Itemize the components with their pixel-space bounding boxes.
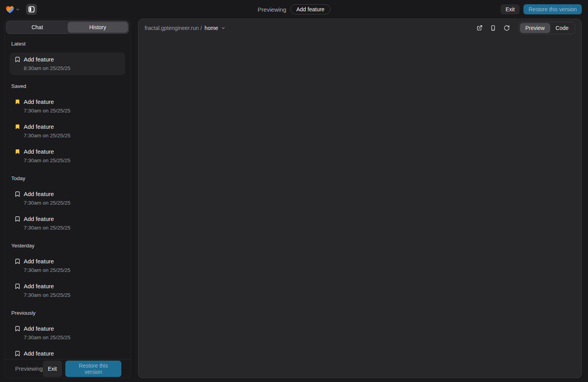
open-in-new-tab-button[interactable] (476, 25, 483, 31)
bookmark-outline-icon (14, 56, 21, 63)
workspace-menu-button[interactable] (5, 5, 21, 14)
history-item-title: Add feature (24, 123, 54, 131)
history-item[interactable]: Add feature7:30am on 25/25/25 (10, 212, 125, 235)
history-item-timestamp: 7:30am on 25/25/25 (24, 291, 121, 299)
toggle-sidebar-button[interactable] (26, 4, 37, 15)
section-header: Today (11, 175, 125, 181)
history-item-timestamp: 7:30am on 25/25/25 (24, 199, 121, 207)
bookmark-filled-icon (14, 149, 21, 155)
history-item[interactable]: Add feature7:30am on 25/25/25 (10, 347, 125, 359)
section-header: Previously (11, 310, 125, 316)
mobile-view-button[interactable] (490, 25, 496, 31)
topbar-actions: Exit Restore this version (500, 4, 582, 14)
workspace-controls (5, 4, 37, 15)
preview-actions: Preview Code (476, 22, 575, 34)
history-item-timestamp: 8:30am on 25/25/25 (24, 65, 121, 72)
tab-preview[interactable]: Preview (520, 23, 550, 33)
history-list: LatestAdd feature8:30am on 25/25/25Saved… (6, 34, 129, 359)
history-section: TodayAdd feature7:30am on 25/25/25Add fe… (10, 175, 125, 235)
section-header: Latest (11, 41, 125, 47)
url-page: home (205, 25, 218, 31)
bookmark-outline-icon (14, 283, 21, 289)
preview-topbar: fractal.gptengineer.run / home (138, 19, 581, 37)
open-in-new-tab-icon (476, 25, 483, 31)
history-item[interactable]: Add feature7:30am on 25/25/25 (10, 145, 125, 167)
restore-version-button[interactable]: Restore this version (523, 4, 582, 14)
history-sidebar: Chat History LatestAdd feature8:30am on … (4, 19, 131, 378)
history-item[interactable]: Add feature7:30am on 25/25/25 (10, 254, 125, 277)
sidebar-tabs: Chat History (6, 21, 129, 34)
preview-status: Previewing Add feature (258, 4, 331, 14)
preview-viewport (138, 37, 581, 378)
bookmark-filled-icon (14, 124, 21, 130)
history-item-title: Add feature (24, 56, 54, 63)
preview-panel: fractal.gptengineer.run / home (138, 19, 582, 378)
refresh-button[interactable] (504, 25, 510, 31)
footer-restore-version-button[interactable]: Restore this version (65, 361, 121, 377)
url-host: fractal.gptengineer.run / (145, 25, 202, 31)
history-item-title: Add feature (24, 215, 54, 223)
history-item-timestamp: 7:30am on 25/25/25 (24, 224, 121, 231)
history-item-title: Add feature (24, 98, 54, 106)
history-item-title: Add feature (24, 325, 54, 333)
version-badge: Add feature (290, 4, 330, 14)
history-item-timestamp: 7:30am on 25/25/25 (24, 107, 121, 114)
history-item[interactable]: Add feature7:30am on 25/25/25 (10, 279, 125, 302)
tab-code[interactable]: Code (550, 23, 574, 33)
mobile-view-icon (490, 25, 496, 31)
history-section: LatestAdd feature8:30am on 25/25/25 (10, 41, 125, 75)
history-item[interactable]: Add feature7:30am on 25/25/25 (10, 95, 125, 117)
history-item[interactable]: Add feature7:30am on 25/25/25 (10, 187, 125, 210)
history-item-timestamp: 7:30am on 25/25/25 (24, 266, 121, 274)
bookmark-outline-icon (14, 350, 21, 357)
history-item-timestamp: 7:30am on 25/25/25 (24, 132, 121, 139)
lovable-heart-logo-icon (5, 5, 14, 14)
footer-exit-button[interactable]: Exit (43, 361, 62, 377)
bookmark-filled-icon (14, 99, 21, 105)
top-bar: Previewing Add feature Exit Restore this… (0, 0, 588, 19)
section-header: Yesterday (11, 243, 125, 249)
view-mode-toggle: Preview Code (519, 22, 575, 34)
chevron-down-icon (221, 26, 226, 30)
history-item-title: Add feature (24, 282, 54, 290)
preview-url-selector[interactable]: fractal.gptengineer.run / home (145, 25, 226, 31)
tab-history[interactable]: History (68, 22, 128, 33)
tab-chat[interactable]: Chat (7, 22, 68, 33)
history-item-title: Add feature (24, 350, 54, 357)
history-item-timestamp: 7:30am on 25/25/25 (24, 334, 121, 341)
bookmark-outline-icon (14, 191, 21, 197)
app-window: Previewing Add feature Exit Restore this… (0, 0, 588, 382)
panel-left-icon (28, 6, 35, 12)
bookmark-outline-icon (14, 216, 21, 222)
section-header: Saved (11, 83, 125, 89)
history-section: YesterdayAdd feature7:30am on 25/25/25Ad… (10, 243, 125, 302)
history-item-timestamp: 7:30am on 25/25/25 (24, 157, 121, 164)
history-section: PreviouslyAdd feature7:30am on 25/25/25A… (10, 310, 125, 359)
history-item-title: Add feature (24, 148, 54, 156)
footer-previewing-label: Previewing (15, 366, 43, 372)
history-item[interactable]: Add feature7:30am on 25/25/25 (10, 322, 125, 344)
history-section: SavedAdd feature7:30am on 25/25/25Add fe… (10, 83, 125, 167)
history-item-title: Add feature (24, 190, 54, 198)
previewing-label: Previewing (258, 6, 286, 13)
history-item[interactable]: Add feature8:30am on 25/25/25 (10, 53, 125, 75)
bookmark-outline-icon (14, 326, 21, 332)
sidebar-footer: Previewing Exit Restore this version (4, 359, 131, 378)
refresh-icon (504, 25, 510, 31)
exit-button[interactable]: Exit (500, 4, 520, 14)
chevron-down-icon (16, 7, 20, 12)
history-item[interactable]: Add feature7:30am on 25/25/25 (10, 120, 125, 142)
bookmark-outline-icon (14, 258, 21, 265)
history-item-title: Add feature (24, 258, 54, 265)
content-area: Chat History LatestAdd feature8:30am on … (0, 19, 588, 382)
